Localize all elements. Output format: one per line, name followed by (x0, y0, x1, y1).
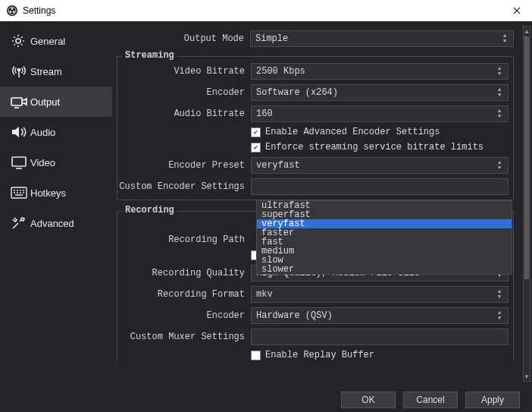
audio-bitrate-row: Audio Bitrate 160 ▲▼ (117, 105, 509, 122)
output-icon (11, 95, 30, 109)
output-mode-select[interactable]: Simple ▲▼ (250, 30, 514, 47)
stepper-icon: ▲▼ (499, 31, 510, 46)
encoder-value: Software (x264) (256, 87, 338, 98)
ok-button[interactable]: OK (341, 392, 396, 408)
encoder-preset-option[interactable]: slower (257, 265, 512, 274)
sidebar-item-hotkeys[interactable]: Hotkeys (0, 178, 112, 208)
recording-format-value: mkv (256, 289, 273, 300)
custom-encoder-settings-input[interactable] (251, 178, 509, 195)
svg-point-5 (16, 39, 20, 43)
replay-buffer-row: ✔ Enable Replay Buffer (117, 350, 509, 360)
custom-encoder-settings-label: Custom Encoder Settings (117, 181, 251, 192)
broadcast-icon (11, 63, 30, 80)
dialog-footer: OK Cancel Apply (0, 386, 532, 412)
recording-format-label: Recording Format (117, 289, 251, 300)
sidebar-item-general[interactable]: General (0, 26, 112, 56)
enforce-limits-row: ✔ Enforce streaming service bitrate limi… (117, 142, 509, 153)
stepper-icon[interactable]: ▲▼ (494, 64, 505, 79)
sidebar-item-stream[interactable]: Stream (0, 56, 112, 86)
video-bitrate-value: 2500 Kbps (256, 66, 305, 77)
scrollbar-down-icon[interactable]: ▼ (524, 372, 530, 381)
recording-legend: Recording (122, 205, 177, 215)
content-scrollbar[interactable]: ▲ ▼ (523, 26, 530, 382)
sidebar-item-label: Audio (30, 127, 55, 138)
recording-path-label: Recording Path (117, 234, 251, 245)
video-icon (11, 156, 30, 169)
output-mode-value: Simple (255, 33, 288, 44)
sidebar-item-label: General (30, 36, 65, 47)
encoder-preset-option[interactable]: veryfast (257, 219, 512, 228)
content-area: ▲ ▼ Output Mode Simple ▲▼ Streaming Vid (112, 21, 532, 386)
sidebar-item-label: Video (30, 157, 55, 168)
apply-button[interactable]: Apply (465, 392, 520, 408)
recording-encoder-select[interactable]: Hardware (QSV) ▲▼ (251, 307, 509, 324)
encoder-select[interactable]: Software (x264) ▲▼ (251, 84, 509, 101)
sidebar-item-label: Advanced (30, 218, 74, 229)
svg-rect-8 (11, 98, 22, 105)
svg-point-6 (18, 69, 20, 71)
scrollbar-up-icon[interactable]: ▲ (524, 27, 530, 36)
svg-rect-9 (12, 157, 26, 166)
streaming-group: Streaming Video Bitrate 2500 Kbps ▲▼ Enc… (117, 56, 514, 200)
encoder-preset-row: Encoder Preset veryfast ▲▼ (117, 157, 509, 174)
custom-encoder-settings-row: Custom Encoder Settings (117, 178, 509, 195)
encoder-preset-dropdown[interactable]: ultrafastsuperfastveryfastfasterfastmedi… (256, 200, 512, 275)
streaming-legend: Streaming (122, 50, 177, 61)
recording-format-row: Recording Format mkv ▲▼ (117, 286, 509, 303)
stepper-icon: ▲▼ (494, 85, 505, 100)
stepper-icon: ▲▼ (494, 287, 505, 302)
encoder-preset-label: Encoder Preset (117, 160, 251, 171)
audio-bitrate-select[interactable]: 160 ▲▼ (251, 105, 509, 122)
stepper-icon: ▲▼ (494, 308, 505, 323)
sidebar-item-audio[interactable]: Audio (0, 117, 112, 147)
recording-encoder-value: Hardware (QSV) (256, 310, 333, 321)
custom-muxer-input[interactable] (251, 329, 509, 345)
replay-buffer-checkbox[interactable]: ✔ (251, 351, 261, 360)
video-bitrate-label: Video Bitrate (117, 66, 251, 77)
sidebar-item-label: Output (30, 96, 60, 108)
sidebar-item-label: Hotkeys (30, 187, 66, 199)
enable-advanced-checkbox[interactable]: ✔ (251, 127, 261, 137)
encoder-preset-option[interactable]: fast (257, 237, 512, 247)
video-bitrate-input[interactable]: 2500 Kbps ▲▼ (251, 63, 509, 80)
enforce-limits-checkbox[interactable]: ✔ (251, 143, 261, 153)
audio-icon (11, 124, 30, 140)
sidebar-item-video[interactable]: Video (0, 147, 112, 178)
video-bitrate-row: Video Bitrate 2500 Kbps ▲▼ (117, 63, 509, 80)
keyboard-icon (11, 187, 30, 199)
encoder-preset-select[interactable]: veryfast ▲▼ (251, 157, 509, 174)
sidebar-item-label: Stream (30, 66, 62, 77)
output-mode-label: Output Mode (117, 33, 250, 44)
output-mode-row: Output Mode Simple ▲▼ (117, 30, 514, 47)
window-title: Settings (23, 5, 55, 16)
scrollbar-thumb[interactable] (524, 36, 529, 279)
encoder-preset-value: veryfast (256, 160, 300, 171)
titlebar: Settings (0, 0, 532, 21)
window-close-button[interactable] (509, 3, 524, 18)
custom-muxer-row: Custom Muxer Settings (117, 329, 509, 345)
recording-encoder-label: Encoder (117, 310, 251, 321)
encoder-preset-option[interactable]: medium (257, 247, 512, 256)
audio-bitrate-label: Audio Bitrate (117, 109, 251, 119)
encoder-label: Encoder (117, 87, 251, 98)
sidebar-item-output[interactable]: Output (0, 86, 112, 117)
app-body: General Stream Output Audio (0, 21, 532, 386)
enforce-limits-label: Enforce streaming service bitrate limits (265, 142, 483, 153)
sidebar: General Stream Output Audio (0, 21, 112, 386)
audio-bitrate-value: 160 (256, 109, 273, 119)
stepper-icon: ▲▼ (494, 106, 505, 121)
recording-quality-label: Recording Quality (117, 268, 251, 278)
svg-point-2 (11, 8, 13, 10)
app-frame: General Stream Output Audio (0, 21, 532, 412)
custom-muxer-label: Custom Muxer Settings (117, 332, 251, 342)
replay-buffer-label: Enable Replay Buffer (265, 350, 374, 360)
recording-format-select[interactable]: mkv ▲▼ (251, 286, 509, 303)
cancel-button[interactable]: Cancel (403, 392, 458, 408)
sidebar-item-advanced[interactable]: Advanced (0, 208, 112, 238)
encoder-preset-option[interactable]: faster (257, 228, 512, 237)
obs-logo-icon (6, 5, 18, 17)
encoder-row: Encoder Software (x264) ▲▼ (117, 84, 509, 101)
svg-point-3 (9, 11, 11, 13)
stepper-icon: ▲▼ (494, 158, 505, 173)
encoder-preset-option[interactable]: slow (257, 256, 512, 265)
